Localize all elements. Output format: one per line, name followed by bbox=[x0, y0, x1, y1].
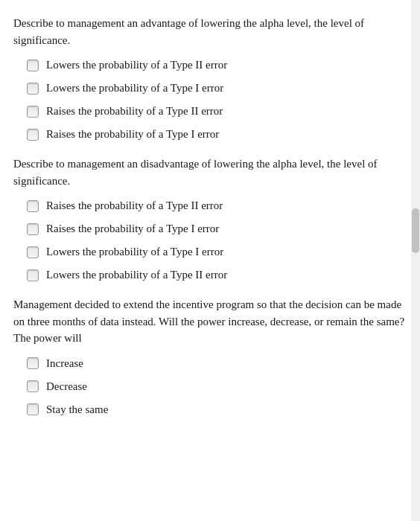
page-content: Describe to management an advantage of l… bbox=[13, 15, 405, 418]
option-label: Raises the probability of a Type I error bbox=[46, 127, 219, 142]
list-item: Stay the same bbox=[27, 402, 405, 418]
question-2-text: Describe to management an disadvantage o… bbox=[13, 156, 405, 189]
question-3-text: Management decided to extend the incenti… bbox=[13, 296, 405, 347]
section-q3: Management decided to extend the incenti… bbox=[13, 296, 405, 418]
checkbox-q1-2[interactable] bbox=[27, 83, 39, 95]
question-1-text: Describe to management an advantage of l… bbox=[13, 15, 405, 48]
list-item: Raises the probability of a Type II erro… bbox=[27, 103, 405, 119]
checkbox-q2-3[interactable] bbox=[27, 246, 39, 258]
section-q1: Describe to management an advantage of l… bbox=[13, 15, 405, 142]
option-label: Lowers the probability of a Type I error bbox=[46, 80, 223, 96]
checkbox-q1-1[interactable] bbox=[27, 60, 39, 71]
checkbox-q2-1[interactable] bbox=[27, 200, 39, 212]
option-label: Lowers the probability of a Type II erro… bbox=[46, 57, 227, 73]
scrollbar-thumb[interactable] bbox=[412, 208, 419, 253]
option-label: Raises the probability of a Type I error bbox=[46, 221, 219, 237]
options-list-q1: Lowers the probability of a Type II erro… bbox=[27, 57, 405, 142]
option-label: Decrease bbox=[46, 379, 87, 394]
section-q2: Describe to management an disadvantage o… bbox=[13, 156, 405, 283]
option-label: Stay the same bbox=[46, 402, 108, 418]
option-label: Increase bbox=[46, 356, 83, 371]
list-item: Lowers the probability of a Type I error bbox=[27, 80, 405, 96]
scrollbar-track bbox=[411, 0, 420, 521]
checkbox-q3-2[interactable] bbox=[27, 380, 39, 392]
list-item: Increase bbox=[27, 356, 405, 371]
checkbox-q2-4[interactable] bbox=[27, 269, 39, 281]
list-item: Decrease bbox=[27, 379, 405, 394]
options-list-q3: Increase Decrease Stay the same bbox=[27, 356, 405, 418]
list-item: Lowers the probability of a Type II erro… bbox=[27, 267, 405, 283]
checkbox-q2-2[interactable] bbox=[27, 223, 39, 235]
option-label: Lowers the probability of a Type I error bbox=[46, 244, 223, 260]
checkbox-q3-3[interactable] bbox=[27, 403, 39, 415]
list-item: Raises the probability of a Type II erro… bbox=[27, 198, 405, 214]
list-item: Raises the probability of a Type I error bbox=[27, 127, 405, 142]
option-label: Raises the probability of a Type II erro… bbox=[46, 198, 223, 214]
checkbox-q1-4[interactable] bbox=[27, 129, 39, 141]
checkbox-q3-1[interactable] bbox=[27, 357, 39, 369]
list-item: Lowers the probability of a Type II erro… bbox=[27, 57, 405, 73]
list-item: Lowers the probability of a Type I error bbox=[27, 244, 405, 260]
option-label: Lowers the probability of a Type II erro… bbox=[46, 267, 227, 283]
options-list-q2: Raises the probability of a Type II erro… bbox=[27, 198, 405, 283]
checkbox-q1-3[interactable] bbox=[27, 106, 39, 118]
option-label: Raises the probability of a Type II erro… bbox=[46, 103, 223, 119]
list-item: Raises the probability of a Type I error bbox=[27, 221, 405, 237]
